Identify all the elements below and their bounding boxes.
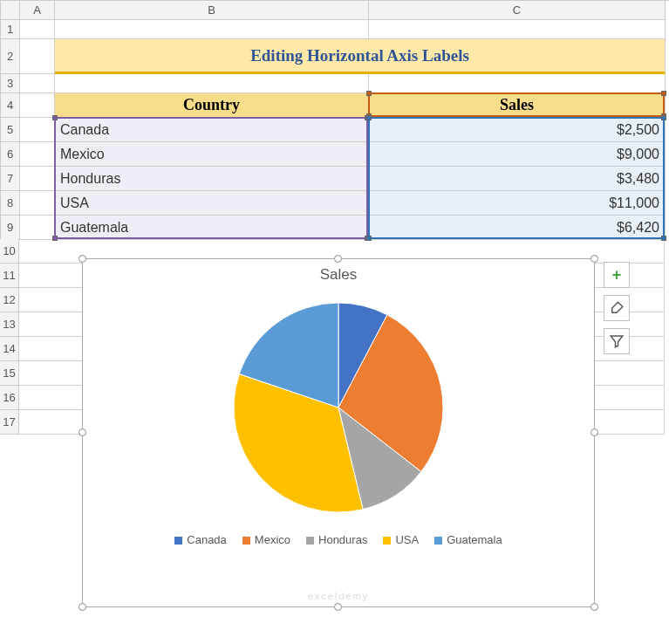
row-header-14[interactable]: 14	[0, 337, 19, 361]
chart-elements-button[interactable]: +	[604, 262, 630, 288]
plus-icon: +	[612, 266, 622, 284]
chart-filters-button[interactable]	[604, 328, 630, 354]
row-header-11[interactable]: 11	[0, 264, 19, 288]
chart-legend[interactable]: Canada Mexico Honduras USA Guatemala	[83, 533, 594, 546]
cell-sales-1[interactable]: $9,000	[369, 142, 666, 167]
row-header-4[interactable]: 4	[1, 93, 20, 118]
cell-A9[interactable]	[20, 216, 55, 240]
col-header-B[interactable]: B	[55, 1, 369, 20]
cell-A3[interactable]	[20, 74, 55, 93]
cell-country-0[interactable]: Canada	[55, 118, 369, 142]
row-header-3[interactable]: 3	[1, 74, 20, 93]
cell-A1[interactable]	[20, 20, 55, 39]
cell-B3[interactable]	[55, 74, 369, 93]
cell-country-2[interactable]: Honduras	[55, 167, 369, 191]
header-country[interactable]: Country	[55, 93, 369, 118]
chart-object[interactable]: Sales Canada Mexico Honduras USA Guatema…	[82, 258, 595, 607]
col-header-A[interactable]: A	[20, 1, 55, 20]
spreadsheet-grid[interactable]: A B C 1 2 Editing Horizontal Axis Labels…	[0, 0, 669, 240]
row-header-6[interactable]: 6	[1, 142, 20, 167]
cell-sales-3[interactable]: $11,000	[369, 191, 666, 216]
legend-item-mexico[interactable]: Mexico	[242, 533, 290, 546]
cell-A5[interactable]	[20, 118, 55, 142]
legend-item-honduras[interactable]: Honduras	[306, 533, 367, 546]
cell-A4[interactable]	[20, 93, 55, 118]
cell-A8[interactable]	[20, 191, 55, 216]
row-header-8[interactable]: 8	[1, 191, 20, 216]
cell-sales-2[interactable]: $3,480	[369, 167, 666, 191]
row-header-12[interactable]: 12	[0, 288, 19, 312]
row-header-17[interactable]: 17	[0, 410, 19, 435]
chart-styles-button[interactable]	[604, 295, 630, 321]
row-header-2[interactable]: 2	[1, 39, 20, 74]
cell-country-1[interactable]: Mexico	[55, 142, 369, 167]
cell-B1[interactable]	[55, 20, 369, 39]
select-all-corner[interactable]	[1, 1, 20, 20]
row-header-13[interactable]: 13	[0, 312, 19, 337]
chart-title[interactable]: Sales	[83, 266, 594, 284]
cell-country-3[interactable]: USA	[55, 191, 369, 216]
row-header-16[interactable]: 16	[0, 386, 19, 410]
legend-item-canada[interactable]: Canada	[174, 533, 227, 546]
cell-country-4[interactable]: Guatemala	[55, 216, 369, 240]
row-header-5[interactable]: 5	[1, 118, 20, 142]
cell-A2[interactable]	[20, 39, 55, 74]
title-cell[interactable]: Editing Horizontal Axis Labels	[55, 39, 666, 74]
pie-chart[interactable]	[83, 294, 594, 521]
row-header-9[interactable]: 9	[1, 216, 20, 240]
row-header-7[interactable]: 7	[1, 167, 20, 191]
funnel-icon	[609, 333, 625, 349]
cell-sales-4[interactable]: $6,420	[369, 216, 666, 240]
row-header-1[interactable]: 1	[1, 20, 20, 39]
cell-C1[interactable]	[369, 20, 666, 39]
cell-A6[interactable]	[20, 142, 55, 167]
cell-sales-0[interactable]: $2,500	[369, 118, 666, 142]
cell-C3[interactable]	[369, 74, 666, 93]
col-header-C[interactable]: C	[369, 1, 666, 20]
cell-A7[interactable]	[20, 167, 55, 191]
header-sales[interactable]: Sales	[369, 93, 666, 118]
row-header-10[interactable]: 10	[0, 239, 19, 264]
watermark: exceldemy	[83, 591, 594, 601]
row-header-15[interactable]: 15	[0, 361, 19, 386]
legend-item-usa[interactable]: USA	[383, 533, 419, 546]
legend-item-guatemala[interactable]: Guatemala	[434, 533, 502, 546]
brush-icon	[609, 300, 625, 316]
